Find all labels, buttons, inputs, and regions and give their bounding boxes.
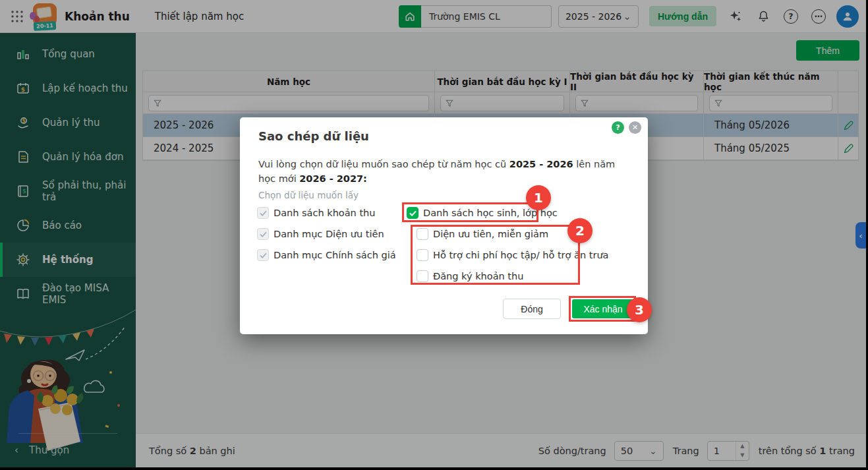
checkbox-danh-sach-khoan-thu: Danh sách khoản thu [257,207,375,219]
checkbox-ho-tro-chi-phi[interactable]: Hỗ trợ chi phí học tập/ hỗ trợ ăn trưa [417,249,608,261]
checkbox-dang-ky-khoan-thu[interactable]: Đăng ký khoản thu [417,270,523,282]
checkbox-dien-uu-tien-mien-giam[interactable]: Diện ưu tiên, miễn giảm [417,228,548,240]
copy-data-modal: Sao chép dữ liệu ? ✕ Vui lòng chọn dữ li… [240,117,648,334]
modal-close-icon[interactable]: ✕ [629,121,641,134]
options-section-label: Chọn dữ liệu muốn lấy [258,190,359,200]
checkbox-label: Hỗ trợ chi phí học tập/ hỗ trợ ăn trưa [433,250,608,260]
app-root: 20-11 Khoản thu Thiết lập năm học Trường… [0,0,868,470]
checkbox-unchecked-icon [417,249,428,261]
modal-help-icon[interactable]: ? [612,121,624,134]
modal-description: Vui lòng chọn dữ liệu muốn sao chép từ n… [258,157,634,187]
checkbox-unchecked-icon [417,270,428,282]
modal-confirm-button[interactable]: Xác nhận [572,299,634,318]
checkbox-checked-icon [407,207,419,219]
window-edge-bottom [0,467,868,470]
checkbox-danh-muc-dien-uu-tien: Danh mục Diện ưu tiên [257,228,384,240]
checkbox-checked-disabled-icon [257,228,269,240]
checkbox-label: Danh sách khoản thu [274,208,375,218]
checkbox-label: Danh mục Chính sách giá [274,250,396,260]
checkbox-checked-disabled-icon [257,249,269,261]
modal-close-button[interactable]: Đóng [503,299,561,319]
checkbox-label: Danh sách học sinh, lớp học [423,208,558,218]
checkbox-unchecked-icon [417,228,428,240]
checkbox-label: Danh mục Diện ưu tiên [274,229,384,239]
checkbox-label: Diện ưu tiên, miễn giảm [433,229,548,239]
checkbox-danh-muc-chinh-sach-gia: Danh mục Chính sách giá [257,249,396,261]
checkbox-checked-disabled-icon [257,207,269,219]
checkbox-danh-sach-hoc-sinh[interactable]: Danh sách học sinh, lớp học [407,207,558,219]
modal-title: Sao chép dữ liệu [258,129,369,143]
checkbox-label: Đăng ký khoản thu [433,271,523,281]
